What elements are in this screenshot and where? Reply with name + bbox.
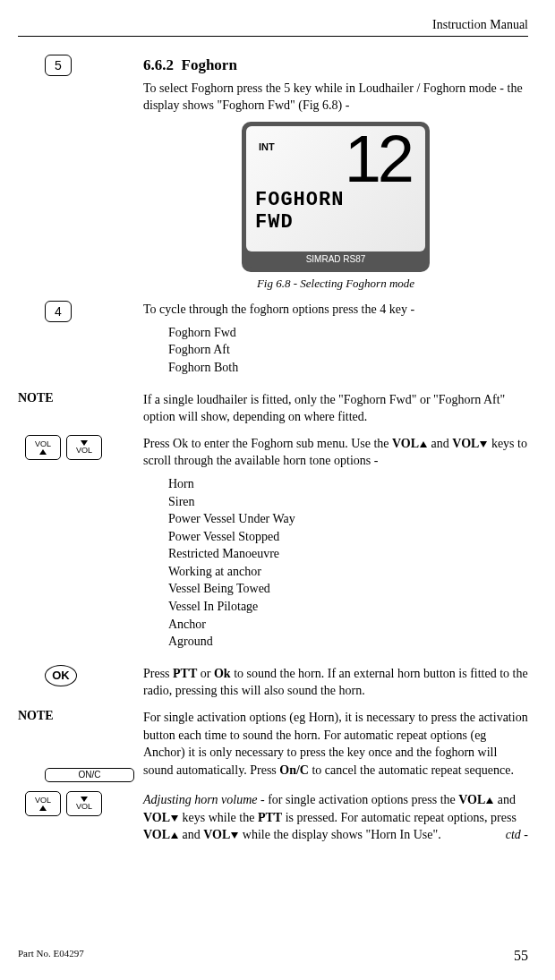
lcd-int-label: INT (259, 141, 275, 154)
list-item: Power Vessel Under Way (168, 510, 528, 528)
note-label: NOTE (18, 391, 54, 405)
lcd-figure: INT 12 FOGHORN FWD SIMRAD RS87 (143, 122, 528, 272)
key-4: 4 (45, 301, 72, 322)
list-item: Vessel Being Towed (168, 580, 528, 598)
tone-options-list: Horn Siren Power Vessel Under Way Power … (168, 475, 528, 651)
triangle-up-icon (171, 832, 178, 839)
key-vol-up: VOL (25, 791, 61, 816)
cycle-text: To cycle through the foghorn options pre… (143, 301, 528, 319)
section-intro: To select Foghorn press the 5 key while … (143, 80, 528, 115)
triangle-down-icon (231, 832, 238, 839)
list-item: Anchor (168, 616, 528, 634)
key-vol-down: VOL (66, 435, 102, 460)
key-ok: OK (45, 665, 77, 686)
list-item: Horn (168, 475, 528, 493)
key-vol-down: VOL (66, 791, 102, 816)
ctd: ctd - (506, 826, 528, 844)
submenu-para: Press Ok to enter the Foghorn sub menu. … (143, 437, 527, 468)
key-vol-up: VOL (25, 435, 61, 460)
top-rule (18, 36, 528, 37)
key-5: 5 (45, 55, 72, 76)
fig-caption: Fig 6.8 - Selecting Foghorn mode (143, 276, 528, 292)
note2-para: For single activation options (eg Horn),… (143, 709, 528, 782)
vol-label: VOL (76, 447, 92, 455)
foghorn-options-list: Foghorn Fwd Foghorn Aft Foghorn Both (168, 324, 528, 377)
list-item: Aground (168, 633, 528, 651)
triangle-down-icon (81, 440, 88, 446)
list-item: Restricted Manoeuvre (168, 545, 528, 563)
list-item: Working at anchor (168, 563, 528, 581)
lcd-brand: SIMRAD RS87 (246, 251, 425, 268)
list-item: Foghorn Both (168, 359, 528, 377)
note-label: NOTE (18, 709, 134, 723)
triangle-up-icon (39, 805, 47, 811)
list-item: Vessel In Pilotage (168, 598, 528, 616)
triangle-up-icon (486, 797, 493, 804)
vol-label: VOL (35, 440, 51, 448)
triangle-down-icon (171, 815, 178, 822)
lcd-channel: 12 (255, 132, 416, 188)
vol-label: VOL (35, 797, 51, 805)
list-item: Foghorn Fwd (168, 324, 528, 342)
triangle-up-icon (420, 441, 427, 447)
header-title: Instruction Manual (18, 18, 528, 32)
triangle-down-icon (480, 441, 487, 447)
section-name: Foghorn (182, 56, 237, 73)
list-item: Power Vessel Stopped (168, 528, 528, 546)
list-item: Foghorn Aft (168, 341, 528, 359)
page-number: 55 (514, 948, 528, 964)
section-title: 6.6.2 Foghorn (143, 55, 528, 76)
adjust-para: Adjusting horn volume - for single activ… (143, 791, 528, 844)
triangle-up-icon (39, 449, 47, 455)
vol-label: VOL (76, 803, 92, 811)
key-onc: ON/C (45, 768, 134, 782)
section-number: 6.6.2 (143, 56, 174, 73)
note1-text: If a single loudhailer is fitted, only t… (143, 391, 528, 426)
ptt-para: Press PTT or Ok to sound the horn. If an… (143, 665, 528, 700)
footer: Part No. E04297 55 (18, 948, 528, 964)
lcd-line2: FWD (255, 212, 416, 233)
list-item: Siren (168, 493, 528, 511)
part-number: Part No. E04297 (18, 948, 84, 964)
